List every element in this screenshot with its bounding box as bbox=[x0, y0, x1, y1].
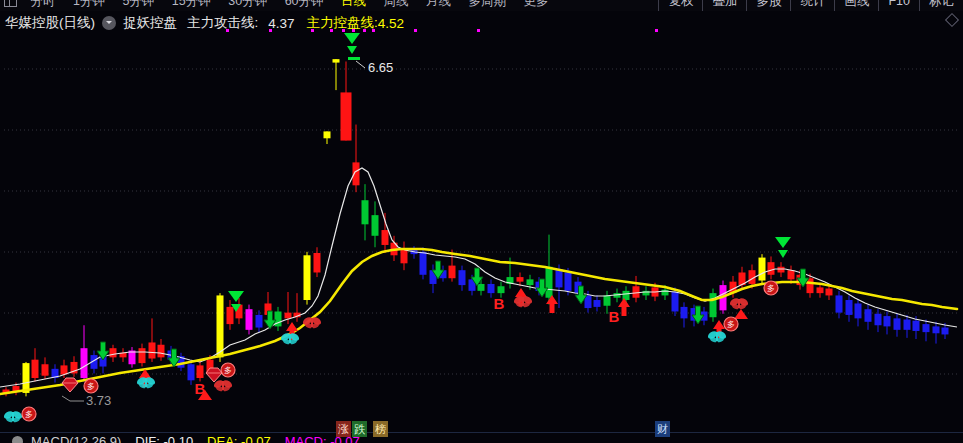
tab-30min[interactable]: 30分钟 bbox=[228, 0, 267, 8]
svg-text:6.65: 6.65 bbox=[368, 60, 393, 75]
svg-text:多: 多 bbox=[87, 382, 95, 391]
tab-60min[interactable]: 60分钟 bbox=[285, 0, 324, 8]
f10-button[interactable]: F10 bbox=[878, 0, 919, 11]
control-line-value: 4.52 bbox=[378, 16, 404, 31]
indicator-dot-icon[interactable] bbox=[12, 436, 23, 443]
app-window: BBB多多多多多6.653.73 分时 1分钟 5分钟 15分钟 30分钟 60… bbox=[0, 0, 963, 443]
svg-text:多: 多 bbox=[25, 410, 33, 419]
title-bar: 华媒控股(日线) 捉妖控盘 主力攻击线: 4.37 主力控盘线: 4.52 bbox=[0, 12, 963, 34]
svg-text:B: B bbox=[494, 295, 505, 312]
attack-line-label: 主力攻击线: bbox=[187, 14, 258, 32]
svg-text:3.73: 3.73 bbox=[86, 393, 111, 408]
fuquan-button[interactable]: 复权 bbox=[658, 0, 702, 11]
svg-text:多: 多 bbox=[767, 284, 775, 293]
tab-fenshi[interactable]: 分时 bbox=[30, 0, 55, 8]
main-chart[interactable]: BBB多多多多多6.653.73 bbox=[0, 0, 963, 443]
draw-line-button[interactable]: 画线 bbox=[834, 0, 878, 11]
svg-text:多: 多 bbox=[224, 366, 232, 375]
badge-cai[interactable]: 财 bbox=[655, 421, 670, 437]
panel-separator bbox=[0, 432, 963, 433]
stats-button[interactable]: 统计 bbox=[790, 0, 834, 11]
multi-stock-button[interactable]: 多股 bbox=[746, 0, 790, 11]
grid-icon[interactable] bbox=[4, 0, 17, 7]
tab-monthly[interactable]: 月线 bbox=[426, 0, 451, 8]
tab-daily[interactable]: 日线 bbox=[341, 0, 366, 8]
macd-dea-value: DEA: -0.07 bbox=[207, 434, 271, 443]
macd-panel: MACD(12,26,9) DIF: -0.10 DEA: -0.07 MACD… bbox=[8, 434, 360, 443]
macd-dif-value: DIF: -0.10 bbox=[135, 434, 193, 443]
control-line-label: 主力控盘线: bbox=[307, 14, 378, 32]
svg-text:B: B bbox=[609, 308, 620, 325]
period-toolbar: 分时 1分钟 5分钟 15分钟 30分钟 60分钟 日线 周线 月线 多周期 更… bbox=[0, 0, 963, 11]
tab-weekly[interactable]: 周线 bbox=[384, 0, 409, 8]
overlay-button[interactable]: 叠加 bbox=[702, 0, 746, 11]
tab-more[interactable]: 更多 bbox=[523, 0, 548, 8]
chevron-down-icon[interactable] bbox=[102, 16, 116, 30]
macd-formula: MACD(12,26,9) bbox=[31, 434, 121, 443]
svg-text:B: B bbox=[195, 380, 206, 397]
tab-15min[interactable]: 15分钟 bbox=[172, 0, 211, 8]
tab-1min[interactable]: 1分钟 bbox=[73, 0, 105, 8]
indicator-name: 捉妖控盘 bbox=[123, 14, 177, 32]
tab-5min[interactable]: 5分钟 bbox=[122, 0, 154, 8]
svg-text:多: 多 bbox=[727, 320, 735, 329]
tab-multi-period[interactable]: 多周期 bbox=[468, 0, 506, 8]
stock-title: 华媒控股(日线) bbox=[5, 14, 95, 32]
attack-line-value: 4.37 bbox=[268, 16, 294, 31]
badge-bang[interactable]: 榜 bbox=[373, 421, 388, 437]
macd-macd-value: MACD: -0.07 bbox=[285, 434, 360, 443]
mark-button[interactable]: 标记 bbox=[919, 0, 963, 11]
